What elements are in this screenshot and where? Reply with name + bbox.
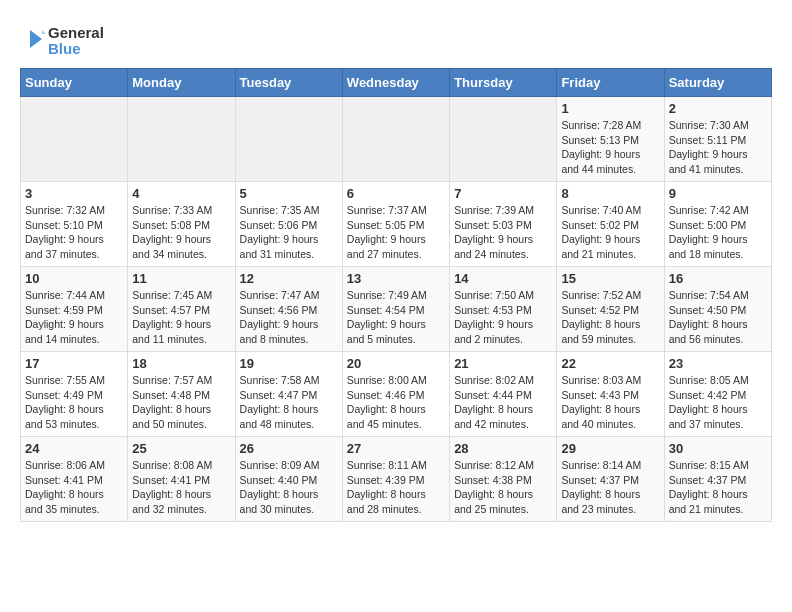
calendar-cell: 3Sunrise: 7:32 AM Sunset: 5:10 PM Daylig… xyxy=(21,182,128,267)
calendar-cell xyxy=(128,97,235,182)
day-info: Sunrise: 7:55 AM Sunset: 4:49 PM Dayligh… xyxy=(25,373,123,432)
calendar-cell xyxy=(21,97,128,182)
calendar-cell: 8Sunrise: 7:40 AM Sunset: 5:02 PM Daylig… xyxy=(557,182,664,267)
header-friday: Friday xyxy=(557,69,664,97)
day-number: 1 xyxy=(561,101,659,116)
day-number: 23 xyxy=(669,356,767,371)
calendar-table: SundayMondayTuesdayWednesdayThursdayFrid… xyxy=(20,68,772,522)
day-number: 3 xyxy=(25,186,123,201)
day-info: Sunrise: 7:52 AM Sunset: 4:52 PM Dayligh… xyxy=(561,288,659,347)
day-info: Sunrise: 7:28 AM Sunset: 5:13 PM Dayligh… xyxy=(561,118,659,177)
day-number: 17 xyxy=(25,356,123,371)
calendar-cell: 13Sunrise: 7:49 AM Sunset: 4:54 PM Dayli… xyxy=(342,267,449,352)
day-info: Sunrise: 7:32 AM Sunset: 5:10 PM Dayligh… xyxy=(25,203,123,262)
logo-container: General Blue xyxy=(20,20,140,58)
calendar-cell: 24Sunrise: 8:06 AM Sunset: 4:41 PM Dayli… xyxy=(21,437,128,522)
day-info: Sunrise: 7:37 AM Sunset: 5:05 PM Dayligh… xyxy=(347,203,445,262)
calendar-cell: 18Sunrise: 7:57 AM Sunset: 4:48 PM Dayli… xyxy=(128,352,235,437)
calendar-week-2: 10Sunrise: 7:44 AM Sunset: 4:59 PM Dayli… xyxy=(21,267,772,352)
calendar-cell xyxy=(450,97,557,182)
day-info: Sunrise: 8:11 AM Sunset: 4:39 PM Dayligh… xyxy=(347,458,445,517)
day-info: Sunrise: 8:12 AM Sunset: 4:38 PM Dayligh… xyxy=(454,458,552,517)
day-info: Sunrise: 7:57 AM Sunset: 4:48 PM Dayligh… xyxy=(132,373,230,432)
calendar-cell: 25Sunrise: 8:08 AM Sunset: 4:41 PM Dayli… xyxy=(128,437,235,522)
day-number: 30 xyxy=(669,441,767,456)
day-info: Sunrise: 7:50 AM Sunset: 4:53 PM Dayligh… xyxy=(454,288,552,347)
day-number: 20 xyxy=(347,356,445,371)
day-number: 11 xyxy=(132,271,230,286)
header-thursday: Thursday xyxy=(450,69,557,97)
calendar-cell: 20Sunrise: 8:00 AM Sunset: 4:46 PM Dayli… xyxy=(342,352,449,437)
calendar-cell: 6Sunrise: 7:37 AM Sunset: 5:05 PM Daylig… xyxy=(342,182,449,267)
header-sunday: Sunday xyxy=(21,69,128,97)
header-tuesday: Tuesday xyxy=(235,69,342,97)
day-info: Sunrise: 8:03 AM Sunset: 4:43 PM Dayligh… xyxy=(561,373,659,432)
logo: General Blue xyxy=(20,20,140,58)
day-number: 9 xyxy=(669,186,767,201)
calendar-cell: 4Sunrise: 7:33 AM Sunset: 5:08 PM Daylig… xyxy=(128,182,235,267)
day-number: 29 xyxy=(561,441,659,456)
calendar-week-3: 17Sunrise: 7:55 AM Sunset: 4:49 PM Dayli… xyxy=(21,352,772,437)
svg-marker-2 xyxy=(30,30,42,48)
calendar-cell: 5Sunrise: 7:35 AM Sunset: 5:06 PM Daylig… xyxy=(235,182,342,267)
calendar-cell: 23Sunrise: 8:05 AM Sunset: 4:42 PM Dayli… xyxy=(664,352,771,437)
header-saturday: Saturday xyxy=(664,69,771,97)
day-info: Sunrise: 8:08 AM Sunset: 4:41 PM Dayligh… xyxy=(132,458,230,517)
calendar-week-0: 1Sunrise: 7:28 AM Sunset: 5:13 PM Daylig… xyxy=(21,97,772,182)
calendar-cell xyxy=(235,97,342,182)
day-number: 21 xyxy=(454,356,552,371)
day-info: Sunrise: 7:39 AM Sunset: 5:03 PM Dayligh… xyxy=(454,203,552,262)
calendar-cell: 1Sunrise: 7:28 AM Sunset: 5:13 PM Daylig… xyxy=(557,97,664,182)
day-info: Sunrise: 7:47 AM Sunset: 4:56 PM Dayligh… xyxy=(240,288,338,347)
calendar-cell: 22Sunrise: 8:03 AM Sunset: 4:43 PM Dayli… xyxy=(557,352,664,437)
day-number: 27 xyxy=(347,441,445,456)
day-number: 16 xyxy=(669,271,767,286)
day-info: Sunrise: 7:40 AM Sunset: 5:02 PM Dayligh… xyxy=(561,203,659,262)
calendar-cell: 15Sunrise: 7:52 AM Sunset: 4:52 PM Dayli… xyxy=(557,267,664,352)
calendar-cell: 12Sunrise: 7:47 AM Sunset: 4:56 PM Dayli… xyxy=(235,267,342,352)
calendar-cell: 19Sunrise: 7:58 AM Sunset: 4:47 PM Dayli… xyxy=(235,352,342,437)
day-info: Sunrise: 8:09 AM Sunset: 4:40 PM Dayligh… xyxy=(240,458,338,517)
day-number: 26 xyxy=(240,441,338,456)
calendar-header-row: SundayMondayTuesdayWednesdayThursdayFrid… xyxy=(21,69,772,97)
calendar-cell: 21Sunrise: 8:02 AM Sunset: 4:44 PM Dayli… xyxy=(450,352,557,437)
calendar-cell: 14Sunrise: 7:50 AM Sunset: 4:53 PM Dayli… xyxy=(450,267,557,352)
calendar-cell: 16Sunrise: 7:54 AM Sunset: 4:50 PM Dayli… xyxy=(664,267,771,352)
day-info: Sunrise: 7:58 AM Sunset: 4:47 PM Dayligh… xyxy=(240,373,338,432)
svg-marker-3 xyxy=(36,24,46,34)
day-number: 28 xyxy=(454,441,552,456)
day-number: 12 xyxy=(240,271,338,286)
calendar-cell: 9Sunrise: 7:42 AM Sunset: 5:00 PM Daylig… xyxy=(664,182,771,267)
day-number: 6 xyxy=(347,186,445,201)
day-info: Sunrise: 7:44 AM Sunset: 4:59 PM Dayligh… xyxy=(25,288,123,347)
day-number: 14 xyxy=(454,271,552,286)
calendar-cell: 17Sunrise: 7:55 AM Sunset: 4:49 PM Dayli… xyxy=(21,352,128,437)
day-number: 24 xyxy=(25,441,123,456)
svg-text:Blue: Blue xyxy=(48,40,81,57)
day-number: 4 xyxy=(132,186,230,201)
day-info: Sunrise: 7:35 AM Sunset: 5:06 PM Dayligh… xyxy=(240,203,338,262)
calendar-cell: 10Sunrise: 7:44 AM Sunset: 4:59 PM Dayli… xyxy=(21,267,128,352)
calendar-cell: 30Sunrise: 8:15 AM Sunset: 4:37 PM Dayli… xyxy=(664,437,771,522)
day-number: 8 xyxy=(561,186,659,201)
svg-text:General: General xyxy=(48,24,104,41)
day-number: 2 xyxy=(669,101,767,116)
day-number: 18 xyxy=(132,356,230,371)
calendar-week-4: 24Sunrise: 8:06 AM Sunset: 4:41 PM Dayli… xyxy=(21,437,772,522)
day-info: Sunrise: 8:02 AM Sunset: 4:44 PM Dayligh… xyxy=(454,373,552,432)
calendar-week-1: 3Sunrise: 7:32 AM Sunset: 5:10 PM Daylig… xyxy=(21,182,772,267)
calendar-cell: 28Sunrise: 8:12 AM Sunset: 4:38 PM Dayli… xyxy=(450,437,557,522)
calendar-cell xyxy=(342,97,449,182)
day-number: 13 xyxy=(347,271,445,286)
day-info: Sunrise: 8:14 AM Sunset: 4:37 PM Dayligh… xyxy=(561,458,659,517)
day-number: 7 xyxy=(454,186,552,201)
day-number: 19 xyxy=(240,356,338,371)
header-wednesday: Wednesday xyxy=(342,69,449,97)
day-info: Sunrise: 7:42 AM Sunset: 5:00 PM Dayligh… xyxy=(669,203,767,262)
day-number: 10 xyxy=(25,271,123,286)
day-info: Sunrise: 8:06 AM Sunset: 4:41 PM Dayligh… xyxy=(25,458,123,517)
day-info: Sunrise: 8:15 AM Sunset: 4:37 PM Dayligh… xyxy=(669,458,767,517)
day-number: 5 xyxy=(240,186,338,201)
day-info: Sunrise: 7:30 AM Sunset: 5:11 PM Dayligh… xyxy=(669,118,767,177)
calendar-cell: 26Sunrise: 8:09 AM Sunset: 4:40 PM Dayli… xyxy=(235,437,342,522)
